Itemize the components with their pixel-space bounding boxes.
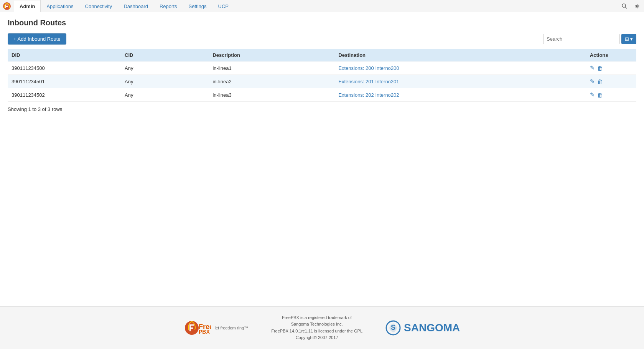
footer-center-info: FreePBX is a registered trademark of San… — [271, 314, 362, 341]
sangoma-logo-icon: S — [385, 320, 401, 336]
search-wrapper: ⊞ ▾ — [543, 34, 636, 44]
sangoma-label: SANGOMA — [404, 322, 460, 334]
cell-did: 390111234501 — [8, 75, 121, 88]
cell-did: 390111234500 — [8, 61, 121, 75]
destination-link[interactable]: Extensions: 200 Interno200 — [338, 65, 399, 71]
cell-description: in-linea1 — [209, 61, 334, 75]
edit-icon[interactable]: ✎ — [590, 78, 595, 85]
nav-tab-admin[interactable]: Admin — [14, 0, 41, 12]
page-content: Inbound Routes + Add Inbound Route ⊞ ▾ D… — [0, 12, 644, 306]
top-navbar: Admin Applications Connectivity Dashboar… — [0, 0, 644, 12]
delete-icon[interactable]: 🗑 — [597, 92, 603, 98]
col-header-actions: Actions — [586, 49, 636, 61]
cell-did: 390111234502 — [8, 88, 121, 102]
add-inbound-route-button[interactable]: + Add Inbound Route — [8, 33, 66, 45]
table-row: 390111234500Anyin-linea1Extensions: 200 … — [8, 61, 636, 75]
cell-cid: Any — [121, 61, 209, 75]
svg-text:S: S — [391, 324, 395, 331]
col-header-did: DID — [8, 49, 121, 61]
col-header-destination: Destination — [334, 49, 586, 61]
col-header-cid: CID — [121, 49, 209, 61]
destination-link[interactable]: Extensions: 202 Interno202 — [338, 92, 399, 98]
nav-tab-settings[interactable]: Settings — [183, 0, 212, 12]
cell-cid: Any — [121, 75, 209, 88]
inbound-routes-table: DID CID Description Destination Actions … — [8, 49, 636, 102]
grid-icon: ⊞ — [625, 36, 629, 42]
table-row: 390111234502Anyin-linea3Extensions: 202 … — [8, 88, 636, 102]
cell-description: in-linea3 — [209, 88, 334, 102]
nav-tab-connectivity[interactable]: Connectivity — [79, 0, 118, 12]
chevron-down-icon: ▾ — [630, 36, 633, 42]
cell-actions: ✎🗑 — [586, 75, 636, 88]
cell-cid: Any — [121, 88, 209, 102]
view-toggle-button[interactable]: ⊞ ▾ — [621, 34, 636, 44]
edit-icon[interactable]: ✎ — [590, 65, 595, 71]
nav-tab-applications[interactable]: Applications — [41, 0, 79, 12]
delete-icon[interactable]: 🗑 — [597, 65, 603, 71]
footer: Free PBX let freedom ring™ FreePBX is a … — [0, 306, 644, 349]
settings-icon-button[interactable] — [631, 0, 642, 12]
nav-tab-ucp[interactable]: UCP — [212, 0, 234, 12]
cell-description: in-linea2 — [209, 75, 334, 88]
page-title: Inbound Routes — [8, 18, 636, 27]
search-icon-button[interactable] — [619, 0, 630, 12]
table-row: 390111234501Anyin-linea2Extensions: 201 … — [8, 75, 636, 88]
cell-destination: Extensions: 200 Interno200 — [334, 61, 586, 75]
freepbx-logo — [2, 1, 12, 12]
footer-sangoma-area: S SANGOMA — [385, 320, 460, 336]
showing-rows-label: Showing 1 to 3 of 3 rows — [8, 106, 636, 112]
footer-freepbx-logo-area: Free PBX let freedom ring™ — [184, 318, 248, 337]
delete-icon[interactable]: 🗑 — [597, 78, 603, 85]
nav-tab-reports[interactable]: Reports — [154, 0, 183, 12]
col-header-description: Description — [209, 49, 334, 61]
destination-link[interactable]: Extensions: 201 Interno201 — [338, 79, 399, 84]
cell-destination: Extensions: 202 Interno202 — [334, 88, 586, 102]
nav-tab-dashboard[interactable]: Dashboard — [118, 0, 154, 12]
svg-line-2 — [626, 7, 627, 8]
cell-actions: ✎🗑 — [586, 61, 636, 75]
edit-icon[interactable]: ✎ — [590, 91, 595, 98]
footer-freepbx-svg-logo: Free PBX — [184, 318, 211, 337]
svg-point-1 — [622, 4, 626, 7]
table-header-row: DID CID Description Destination Actions — [8, 49, 636, 61]
footer-freepbx-tagline: let freedom ring™ — [215, 326, 248, 330]
svg-text:PBX: PBX — [199, 329, 210, 335]
search-input[interactable] — [543, 34, 620, 44]
cell-actions: ✎🗑 — [586, 88, 636, 102]
toolbar: + Add Inbound Route ⊞ ▾ — [8, 33, 636, 45]
cell-destination: Extensions: 201 Interno201 — [334, 75, 586, 88]
